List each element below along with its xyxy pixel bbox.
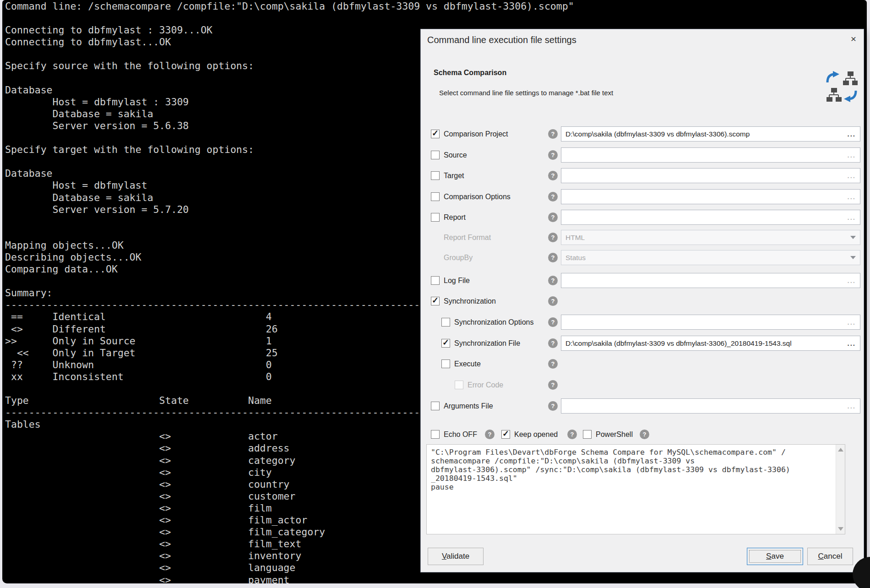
help-icon[interactable]: ? (548, 380, 558, 390)
row-synchronization-options: Synchronization Options ? ... (421, 314, 864, 331)
source-label: Source (444, 151, 467, 159)
row-report: Report ? ... (421, 209, 864, 226)
report-format-label: Report Format (444, 234, 491, 242)
bat-file-text-area[interactable]: "C:\Program Files\Devart\dbForge Schema … (426, 444, 845, 534)
row-source: Source ? ... (421, 147, 864, 163)
echo-off-label: Echo OFF (444, 430, 477, 439)
browse-button[interactable]: ... (847, 320, 856, 325)
error-code-label: Error Code (468, 381, 503, 389)
help-icon[interactable]: ? (548, 359, 558, 369)
help-icon[interactable]: ? (548, 276, 558, 285)
close-icon[interactable]: × (847, 32, 860, 46)
arguments-file-label: Arguments File (444, 402, 493, 410)
validate-button[interactable]: Validate (428, 548, 484, 565)
browse-button[interactable]: ... (847, 215, 856, 220)
comparison-options-checkbox[interactable] (431, 192, 440, 201)
execute-label: Execute (454, 360, 481, 368)
row-error-code: Error Code ? (421, 377, 864, 393)
help-icon[interactable]: ? (548, 192, 558, 201)
schema-comparison-heading: Schema Comparison (434, 69, 506, 77)
row-comparison-options: Comparison Options ? ... (421, 189, 864, 205)
row-bat-options: Echo OFF ? Keep opened ? PowerShell ? (421, 426, 864, 443)
chevron-down-icon (850, 236, 856, 239)
comparison-project-field[interactable]: D:\comp\sakila (dbfmylast-3309 vs dbfmyl… (561, 126, 860, 142)
browse-button[interactable]: ... (847, 174, 856, 178)
target-label: Target (444, 172, 464, 180)
log-file-label: Log File (444, 277, 470, 285)
row-synchronization: Synchronization ? (421, 293, 864, 310)
help-icon[interactable]: ? (548, 212, 558, 222)
source-field[interactable]: ... (561, 147, 860, 163)
execute-checkbox[interactable] (441, 359, 450, 368)
help-icon[interactable]: ? (548, 129, 558, 139)
comparison-project-label: Comparison Project (444, 130, 508, 138)
groupby-select: Status (561, 250, 860, 265)
redo-arrow-icon (827, 71, 839, 82)
help-icon[interactable]: ? (548, 317, 558, 327)
help-icon[interactable]: ? (548, 401, 558, 411)
hierarchy-icon (843, 71, 858, 85)
scrollbar[interactable] (836, 445, 845, 534)
synchronization-checkbox[interactable] (431, 297, 440, 305)
browse-button[interactable]: ... (847, 153, 856, 158)
help-icon[interactable]: ? (548, 296, 558, 306)
report-field[interactable]: ... (561, 210, 860, 225)
chevron-down-icon (850, 256, 856, 259)
synchronization-options-label: Synchronization Options (454, 318, 533, 327)
screenshot-frame: Command line: /schemacompare /compfile:"… (0, 0, 870, 588)
comparison-options-label: Comparison Options (444, 193, 511, 201)
row-execute: Execute ? (421, 356, 864, 372)
hierarchy-icon (826, 88, 842, 102)
row-log-file: Log File ? ... (421, 272, 864, 289)
scroll-up-icon[interactable] (838, 448, 843, 452)
help-icon[interactable]: ? (640, 430, 649, 439)
target-field[interactable]: ... (561, 168, 860, 183)
help-icon[interactable]: ? (485, 430, 495, 439)
arguments-file-checkbox[interactable] (431, 402, 440, 410)
row-groupby: GroupBy ? Status (421, 250, 864, 266)
help-icon[interactable]: ? (548, 171, 558, 180)
synchronization-options-checkbox[interactable] (441, 318, 450, 327)
target-checkbox[interactable] (431, 171, 440, 180)
help-icon[interactable]: ? (548, 150, 558, 160)
keep-opened-label: Keep opened (514, 430, 558, 439)
scroll-down-icon[interactable] (838, 527, 843, 531)
log-file-field[interactable]: ... (561, 273, 860, 288)
arguments-file-field[interactable]: ... (561, 398, 860, 414)
dialog-title: Command line execution file settings (427, 35, 576, 45)
synchronization-file-field[interactable]: D:\comp\sakila (dbfmylast-3309 vs dbfmyl… (561, 336, 860, 351)
comparison-project-checkbox[interactable] (431, 130, 440, 138)
row-arguments-file: Arguments File ? ... (421, 398, 864, 414)
save-button[interactable]: Save (747, 548, 803, 565)
powershell-label: PowerShell (596, 430, 633, 439)
command-line-settings-dialog: Command line execution file settings × S… (420, 29, 864, 572)
error-code-checkbox (455, 381, 463, 389)
report-checkbox[interactable] (431, 213, 440, 222)
row-report-format: Report Format ? HTML (421, 229, 864, 246)
help-icon[interactable]: ? (548, 233, 558, 242)
browse-button[interactable]: ... (847, 404, 856, 408)
row-comparison-project: Comparison Project ? D:\comp\sakila (dbf… (421, 126, 864, 142)
powershell-checkbox[interactable] (583, 430, 592, 439)
groupby-label: GroupBy (444, 254, 473, 262)
browse-button[interactable]: ... (847, 132, 856, 136)
bat-file-text: "C:\Program Files\Devart\dbForge Schema … (431, 448, 833, 491)
echo-off-checkbox[interactable] (431, 430, 440, 439)
browse-button[interactable]: ... (847, 278, 856, 283)
help-icon[interactable]: ? (548, 253, 558, 262)
synchronization-file-checkbox[interactable] (441, 339, 450, 348)
keep-opened-checkbox[interactable] (501, 430, 510, 439)
help-icon[interactable]: ? (567, 430, 577, 439)
report-label: Report (444, 213, 466, 222)
source-checkbox[interactable] (431, 151, 440, 159)
log-file-checkbox[interactable] (431, 276, 440, 285)
row-target: Target ? ... (421, 168, 864, 184)
cancel-button[interactable]: Cancel (807, 548, 853, 565)
browse-button[interactable]: ... (847, 341, 856, 346)
dialog-description: Select command line file settings to man… (439, 89, 613, 97)
browse-button[interactable]: ... (847, 195, 856, 199)
help-icon[interactable]: ? (548, 338, 558, 348)
synchronization-options-field[interactable]: ... (561, 315, 860, 330)
comparison-options-field[interactable]: ... (561, 189, 860, 204)
synchronization-file-label: Synchronization File (454, 339, 520, 348)
